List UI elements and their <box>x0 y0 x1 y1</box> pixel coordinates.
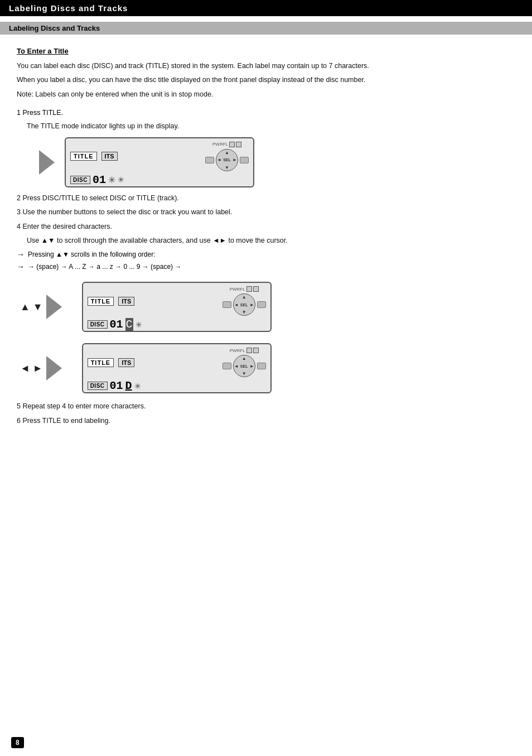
pwrf-indicator-2 <box>236 142 241 147</box>
display2-btn-right <box>257 301 266 308</box>
display-btn-right-1 <box>240 157 249 163</box>
page-number: 8 <box>11 737 24 748</box>
sel-dial-2: ◄ ► ▲ SEL ▼ <box>233 293 255 316</box>
intro-paragraph-1: You can label each disc (DISC) and track… <box>17 61 515 71</box>
section-subheading: To Enter a Title <box>17 47 515 55</box>
sel2-up: ▲ <box>242 295 246 300</box>
display-char-3: D <box>125 379 132 392</box>
leftright-arrows: ◄ ► <box>20 363 43 374</box>
section-label: Labeling Discs and Tracks <box>9 24 100 32</box>
updown-row: ▲ ▼ TITLE ITS PWRFL <box>17 282 515 332</box>
pwrf3-ind-1 <box>246 348 252 353</box>
pwrf2-ind-1 <box>246 286 252 292</box>
step-1-text: 1 Press TITLE. <box>17 108 515 118</box>
display-its-label-3: ITS <box>118 358 134 367</box>
sel2-center: SEL <box>240 303 248 307</box>
note-1b-arrow: → <box>17 262 25 271</box>
display-its-label-2: ITS <box>118 297 134 306</box>
step-5-text: 5 Repeat step 4 to enter more characters… <box>17 401 515 412</box>
display3-sparkle: ✳ <box>134 382 141 391</box>
step-1-row: 1 Press TITLE. <box>17 108 515 118</box>
step-2-text: 2 Press DISC/TITLE to select DISC or TIT… <box>17 193 515 204</box>
display-title-label-3: TITLE <box>88 358 114 367</box>
pwrf-label-2: PWRFL <box>230 287 245 292</box>
header-title: Labeling Discs and Tracks <box>9 3 128 13</box>
diagram-arrow-3 <box>46 356 62 381</box>
sel-dial-1: ◄ ► ▲ SEL ▼ <box>216 149 238 171</box>
note-1b-text: → (space) → A ... Z → a ... z → 0 ... 9 … <box>28 262 181 272</box>
display-disc-label-3: DISC <box>88 382 108 390</box>
page-header-bar: Labeling Discs and Tracks <box>0 0 532 16</box>
display-title-label-2: TITLE <box>88 297 114 306</box>
sel3-up: ▲ <box>242 356 246 361</box>
display-title-label-1: TITLE <box>70 152 97 161</box>
display-unit-3: TITLE ITS PWRFL ◄ <box>82 343 272 393</box>
step-6-text: 6 Press TITLE to end labeling. <box>17 416 515 426</box>
display-disc-num-1: 01 <box>93 174 106 186</box>
sel-up-arrow: ▲ <box>225 150 229 155</box>
display-btn-left-1 <box>205 157 214 163</box>
step-1b-text: The TITLE mode indicator lights up in th… <box>17 121 515 132</box>
display3-btn-right <box>257 363 266 369</box>
display-unit-2: TITLE ITS PWRFL ◄ <box>82 282 272 332</box>
display-diagram-1: TITLE ITS PWRFL ◄ <box>39 137 515 187</box>
step-3-text: 3 Use the number buttons to select the d… <box>17 207 515 218</box>
display-sparkle-2: ✳ <box>118 175 124 184</box>
display-char-2: C <box>125 318 133 331</box>
display-disc-num-3: 01 <box>110 379 123 392</box>
note-1-row: → Pressing ▲▼ scrolls in the following o… <box>17 249 515 259</box>
display-unit-1: TITLE ITS PWRFL ◄ <box>65 137 254 187</box>
intro-paragraph-3: Note: Labels can only be entered when th… <box>17 89 515 100</box>
pwrf-label-3: PWRFL <box>230 348 245 353</box>
sel2-down: ▼ <box>242 310 246 315</box>
pwrf-indicator-1 <box>229 142 235 147</box>
display-disc-label-1: DISC <box>70 176 90 184</box>
note-1-arrow: → <box>17 250 25 259</box>
sel-down-arrow: ▼ <box>225 165 229 170</box>
step-4-header: 4 Enter the desired characters. <box>17 221 515 232</box>
section-header: Labeling Discs and Tracks <box>0 22 532 35</box>
intro-paragraph-2: When you label a disc, you can have the … <box>17 75 515 85</box>
diagram-arrow-1 <box>39 150 55 175</box>
note-1-text: Pressing ▲▼ scrolls in the following ord… <box>28 249 156 259</box>
display-sparkle-1: ✳ <box>108 175 115 185</box>
display2-btn-left <box>223 301 231 308</box>
sel3-center: SEL <box>240 364 248 368</box>
sel-dial-3: ◄ ► ▲ SEL ▼ <box>233 355 255 377</box>
display2-sparkle: ✳ <box>136 320 142 329</box>
display-its-label-1: ITS <box>101 152 118 161</box>
display-disc-label-2: DISC <box>88 320 108 329</box>
pwrf3-ind-2 <box>253 348 259 353</box>
display3-btn-left <box>223 363 231 369</box>
step-4-detail: Use ▲▼ to scroll through the available c… <box>17 235 515 246</box>
leftright-row: ◄ ► TITLE ITS PWRFL <box>17 343 515 393</box>
pwrf-label-1: PWRFL <box>212 142 228 147</box>
sel3-down: ▼ <box>242 371 246 376</box>
diagram-arrow-2 <box>46 295 62 319</box>
pwrf2-ind-2 <box>253 286 259 292</box>
display-disc-num-2: 01 <box>110 318 123 331</box>
updown-arrows: ▲ ▼ <box>20 301 43 313</box>
note-1b-row: → → (space) → A ... Z → a ... z → 0 ... … <box>17 262 515 272</box>
sel-center-label: SEL <box>223 158 231 162</box>
